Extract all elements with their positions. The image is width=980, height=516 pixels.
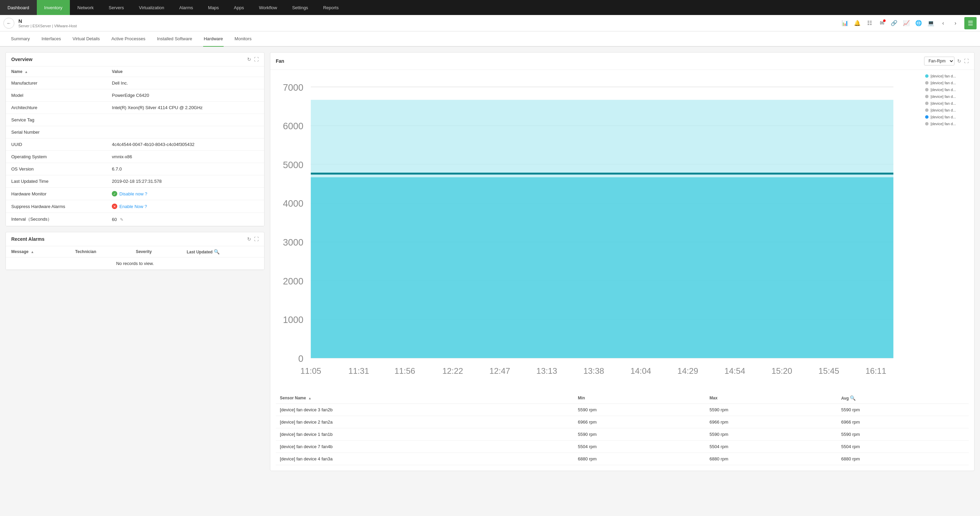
nav-network[interactable]: Network (70, 0, 101, 15)
nav-inventory[interactable]: Inventory (37, 0, 70, 15)
disable-now-link[interactable]: Disable now ? (119, 191, 147, 196)
fan-refresh-icon[interactable]: ↻ (957, 58, 961, 64)
svg-text:2000: 2000 (283, 276, 303, 287)
alarms-expand-icon[interactable]: ⛶ (254, 236, 259, 242)
legend-label: [device] fan d... (931, 74, 956, 78)
tab-nav: Summary Interfaces Virtual Details Activ… (0, 31, 980, 47)
overview-row: Operating Systemvmnix-x86 (6, 151, 264, 163)
legend-item[interactable]: [device] fan d... (925, 81, 969, 85)
svg-text:3000: 3000 (283, 237, 303, 248)
analytics-icon[interactable]: 📈 (902, 18, 911, 28)
overview-table: Name ▲ Value ManufacturerDell Inc.ModelP… (6, 67, 264, 226)
email-icon[interactable]: ✉ (877, 18, 886, 28)
svg-text:11:56: 11:56 (395, 366, 415, 376)
legend-item[interactable]: [device] fan d... (925, 115, 969, 119)
prev-arrow[interactable]: ‹ (939, 18, 948, 28)
grid-icon[interactable]: ☷ (865, 18, 874, 28)
globe-icon[interactable]: 🌐 (914, 18, 923, 28)
nav-servers[interactable]: Servers (101, 0, 132, 15)
hamburger-icon: ☰ (968, 19, 973, 27)
svg-text:13:13: 13:13 (536, 366, 557, 376)
sensor-sort-arrow[interactable]: ▲ (308, 396, 312, 400)
overview-row-name: Architechture (6, 102, 107, 114)
tab-active-processes[interactable]: Active Processes (111, 31, 146, 47)
edit-icon[interactable]: ✎ (120, 217, 123, 222)
alarms-col-technician: Technician (70, 246, 130, 258)
svg-text:12:22: 12:22 (442, 366, 463, 376)
screen-icon[interactable]: 💻 (926, 18, 936, 28)
next-arrow[interactable]: › (951, 18, 960, 28)
nav-apps[interactable]: Apps (226, 0, 251, 15)
svg-text:15:45: 15:45 (818, 366, 839, 376)
legend-dot (925, 95, 929, 98)
back-button[interactable]: ← (3, 18, 14, 29)
nav-dashboard[interactable]: Dashboard (0, 0, 37, 15)
tab-monitors[interactable]: Monitors (234, 31, 252, 47)
sensor-max: 6880 rpm (706, 453, 837, 465)
tab-interfaces[interactable]: Interfaces (41, 31, 62, 47)
legend-item[interactable]: [device] fan d... (925, 122, 969, 126)
fan-rpm-dropdown[interactable]: Fan-Rpm (924, 57, 955, 65)
svg-text:15:20: 15:20 (772, 366, 792, 376)
left-panel: Overview ↻ ⛶ Name ▲ Value (5, 52, 264, 513)
overview-row-name: Last Updated Time (6, 175, 107, 188)
overview-row-name: Hardware Monitor (6, 188, 107, 200)
legend-label: [device] fan d... (931, 88, 956, 92)
sensor-row: [device] fan device 7 fan4b5504 rpm5504 … (276, 441, 969, 453)
nav-alarms[interactable]: Alarms (172, 0, 200, 15)
overview-row: Service Tag (6, 114, 264, 126)
nav-virtualization[interactable]: Virtualization (132, 0, 172, 15)
overview-row: UUID4c4c4544-0047-4b10-8043-c4c04f305432 (6, 139, 264, 151)
legend-item[interactable]: [device] fan d... (925, 94, 969, 99)
svg-text:11:31: 11:31 (348, 366, 369, 376)
no-records-text: No records to view. (6, 258, 264, 270)
legend-item[interactable]: [device] fan d... (925, 74, 969, 78)
expand-icon[interactable]: ⛶ (254, 57, 259, 62)
sensor-search-icon[interactable]: 🔍 (850, 395, 856, 401)
sensor-max-header: Max (706, 393, 837, 404)
link-icon[interactable]: 🔗 (889, 18, 899, 28)
svg-text:4000: 4000 (283, 199, 303, 209)
nav-settings[interactable]: Settings (285, 0, 316, 15)
value-col-header: Value (107, 67, 264, 77)
nav-workflow[interactable]: Workflow (251, 0, 285, 15)
legend-item[interactable]: [device] fan d... (925, 101, 969, 105)
overview-row-value: 2019-02-18 15:27:31.578 (107, 175, 264, 188)
svg-text:11:05: 11:05 (300, 366, 321, 376)
overview-row: Hardware MonitorDisable now ? (6, 188, 264, 200)
fan-controls: Fan-Rpm ↻ ⛶ (924, 57, 969, 65)
enable-now-link[interactable]: Enable Now ? (119, 204, 147, 209)
overview-row-value: 4c4c4544-0047-4b10-8043-c4c04f305432 (107, 139, 264, 151)
fan-title: Fan (276, 58, 284, 64)
sensor-avg: 6966 rpm (837, 416, 969, 428)
nav-reports[interactable]: Reports (316, 0, 346, 15)
sensor-min-header: Min (574, 393, 705, 404)
alarms-search-icon[interactable]: 🔍 (214, 249, 220, 255)
hamburger-button[interactable]: ☰ (964, 17, 977, 29)
tab-hardware[interactable]: Hardware (203, 31, 224, 47)
bell-icon[interactable]: 🔔 (853, 18, 862, 28)
chart-container: 7000 6000 5000 4000 3000 2000 1000 0 (276, 74, 921, 389)
fan-expand-icon[interactable]: ⛶ (964, 58, 969, 64)
tab-installed-software[interactable]: Installed Software (156, 31, 192, 47)
alarms-col-last-updated: Last Updated 🔍 (181, 246, 264, 258)
chart-icon[interactable]: 📊 (840, 18, 850, 28)
tab-virtual-details[interactable]: Virtual Details (72, 31, 100, 47)
sensor-min: 6966 rpm (574, 416, 705, 428)
alarms-refresh-icon[interactable]: ↻ (247, 236, 251, 242)
sensor-name: [device] fan device 4 fan3a (276, 453, 574, 465)
tab-summary[interactable]: Summary (10, 31, 31, 47)
svg-text:12:47: 12:47 (490, 366, 510, 376)
name-sort-arrow[interactable]: ▲ (25, 70, 28, 74)
message-sort-arrow[interactable]: ▲ (31, 250, 34, 254)
overview-row: ModelPowerEdge C6420 (6, 89, 264, 102)
legend-item[interactable]: [device] fan d... (925, 108, 969, 112)
sensor-name-header: Sensor Name ▲ (276, 393, 574, 404)
chart-legend: [device] fan d...[device] fan d...[devic… (921, 74, 969, 389)
overview-row-name: Model (6, 89, 107, 102)
refresh-icon[interactable]: ↻ (247, 57, 251, 62)
overview-row: Interval（Seconds）60 ✎ (6, 213, 264, 226)
legend-item[interactable]: [device] fan d... (925, 88, 969, 92)
nav-maps[interactable]: Maps (200, 0, 226, 15)
overview-row-value: PowerEdge C6420 (107, 89, 264, 102)
